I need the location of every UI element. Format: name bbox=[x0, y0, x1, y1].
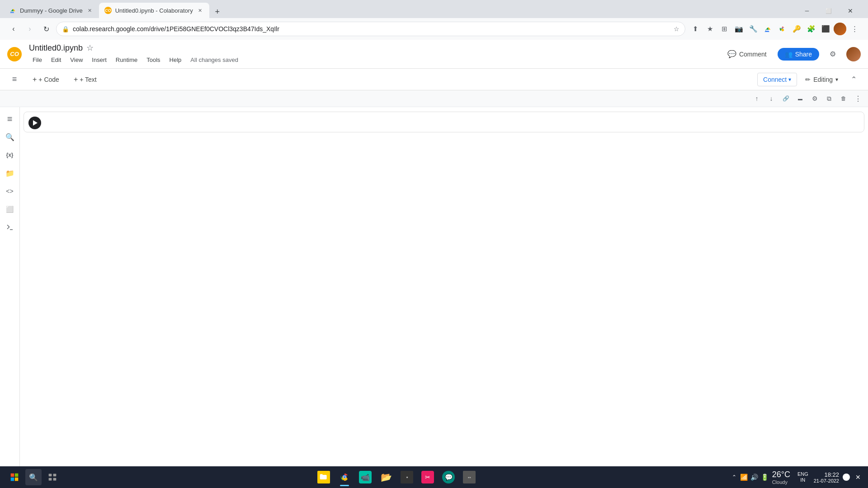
delete-cell-button[interactable]: 🗑 bbox=[837, 92, 850, 105]
system-clock[interactable]: 18:22 21-07-2022 bbox=[814, 471, 839, 483]
sidebar-item-menu[interactable]: ≡ bbox=[2, 111, 18, 127]
close-side-panel-button[interactable]: ✕ bbox=[854, 474, 863, 481]
collapse-toolbar-button[interactable]: ⌃ bbox=[846, 72, 861, 87]
chrome-icon[interactable] bbox=[776, 23, 788, 35]
share-page-icon[interactable]: ⬆ bbox=[689, 23, 702, 35]
sidebar-item-terminal[interactable] bbox=[2, 219, 18, 235]
menu-edit[interactable]: Edit bbox=[47, 55, 65, 65]
menu-file[interactable]: File bbox=[29, 55, 46, 65]
language-text: ENG bbox=[797, 471, 808, 477]
menu-insert[interactable]: Insert bbox=[88, 55, 110, 65]
google-drive-icon[interactable] bbox=[761, 23, 774, 35]
taskbar-app-file-explorer[interactable] bbox=[314, 467, 334, 487]
taskbar-app-files[interactable]: 📂 bbox=[376, 467, 396, 487]
taskbar-right: ⌃ 📶 🔊 🔋 26°C Cloudy ENG IN 18:22 21-07-2… bbox=[732, 470, 863, 485]
star-button[interactable]: ☆ bbox=[86, 43, 94, 53]
copy-cell-button[interactable]: ⧉ bbox=[823, 92, 835, 105]
taskbar-app-terminal[interactable]: ▪ bbox=[397, 467, 417, 487]
comment-label: Comment bbox=[739, 51, 767, 58]
tab-close-colab[interactable]: ✕ bbox=[197, 7, 204, 14]
add-code-button[interactable]: + + Code bbox=[29, 74, 63, 85]
windows-start-button[interactable] bbox=[5, 468, 24, 486]
user-avatar[interactable] bbox=[846, 47, 861, 61]
restore-button[interactable]: ⬜ bbox=[818, 4, 839, 18]
profile-icon[interactable] bbox=[834, 23, 846, 35]
connect-button[interactable]: Connect ▾ bbox=[757, 73, 797, 86]
menu-runtime[interactable]: Runtime bbox=[112, 55, 141, 65]
password-icon[interactable]: 🔑 bbox=[790, 23, 803, 35]
lock-icon: 🔒 bbox=[62, 26, 69, 33]
file-title-row: Untitled0.ipynb ☆ bbox=[29, 43, 238, 53]
sidebar-item-code-snippets[interactable]: <> bbox=[2, 183, 18, 199]
new-tab-button[interactable]: + bbox=[211, 5, 224, 18]
colab-header: CO Untitled0.ipynb ☆ File Edit View Inse… bbox=[0, 40, 868, 69]
taskbar-taskview-button[interactable] bbox=[43, 468, 61, 486]
toolbar-right: Connect ▾ ✏ Editing ▾ ⌃ bbox=[757, 72, 861, 87]
svg-rect-9 bbox=[53, 478, 57, 481]
volume-icon[interactable]: 🔊 bbox=[750, 474, 758, 481]
link-cell-button[interactable]: 🔗 bbox=[779, 92, 792, 105]
google-apps-icon[interactable]: ⊞ bbox=[718, 23, 731, 35]
address-bar[interactable]: 🔒 colab.research.google.com/drive/1PEi58… bbox=[56, 22, 685, 36]
taskbar-search-button[interactable]: 🔍 bbox=[25, 469, 42, 485]
run-cell-button[interactable] bbox=[28, 116, 42, 130]
tab-colab[interactable]: CO Untitled0.ipynb - Colaboratory ✕ bbox=[99, 3, 209, 18]
extensions-icon[interactable]: 🔧 bbox=[747, 23, 760, 35]
editing-label: Editing bbox=[813, 76, 833, 83]
move-cell-up-button[interactable]: ↑ bbox=[750, 92, 763, 105]
svg-rect-8 bbox=[49, 478, 52, 481]
tab-google-drive[interactable]: Dummyy - Google Drive ✕ bbox=[4, 3, 99, 18]
cell-input[interactable] bbox=[42, 114, 860, 128]
svg-rect-3 bbox=[15, 474, 19, 477]
cell-settings-button[interactable]: ⚙ bbox=[808, 92, 821, 105]
more-cell-options-button[interactable]: ⋮ bbox=[852, 92, 864, 105]
menu-help[interactable]: Help bbox=[166, 55, 185, 65]
sidebar-item-variables[interactable]: {x} bbox=[2, 147, 18, 163]
more-icon: ⋮ bbox=[854, 94, 862, 103]
back-button[interactable]: ‹ bbox=[7, 23, 20, 35]
sidebar-item-search[interactable]: 🔍 bbox=[2, 129, 18, 145]
connect-label: Connect bbox=[763, 76, 787, 83]
bookmark-icon[interactable]: ☆ bbox=[674, 25, 679, 33]
sidebar-toggle-icon[interactable]: ⬛ bbox=[819, 23, 832, 35]
taskbar-app-chrome[interactable] bbox=[335, 467, 354, 487]
screenshot-icon[interactable]: 📷 bbox=[732, 23, 745, 35]
menu-view[interactable]: View bbox=[66, 55, 86, 65]
minimize-button[interactable]: ─ bbox=[797, 4, 817, 18]
taskbar-app-cmd[interactable]: ▪▪ bbox=[459, 467, 479, 487]
svg-rect-5 bbox=[15, 478, 19, 481]
bookmark-page-icon[interactable]: ★ bbox=[703, 23, 716, 35]
url-text: colab.research.google.com/drive/1PEi58GN… bbox=[73, 25, 670, 33]
tab-close-google-drive[interactable]: ✕ bbox=[86, 7, 94, 14]
reload-button[interactable]: ↻ bbox=[40, 23, 52, 35]
menu-tools[interactable]: Tools bbox=[143, 55, 164, 65]
forward-button[interactable]: › bbox=[24, 23, 36, 35]
taskbar-app-meet[interactable]: 📹 bbox=[355, 467, 375, 487]
move-cell-down-button[interactable]: ↓ bbox=[765, 92, 778, 105]
cell-type-button[interactable]: ▬ bbox=[794, 92, 807, 105]
comment-button[interactable]: 💬 Comment bbox=[722, 47, 772, 61]
weather-desc: Cloudy bbox=[772, 479, 788, 485]
language-region[interactable]: ENG IN bbox=[797, 471, 808, 483]
sidebar-toggle-button[interactable]: ≡ bbox=[7, 72, 22, 87]
more-options-icon[interactable]: ⋮ bbox=[848, 23, 861, 35]
notification-button[interactable] bbox=[843, 474, 850, 481]
region-text: IN bbox=[797, 477, 808, 483]
add-text-button[interactable]: + + Text bbox=[70, 74, 100, 85]
comment-icon: 💬 bbox=[727, 50, 736, 58]
show-hidden-icons-button[interactable]: ⌃ bbox=[732, 474, 736, 480]
settings-button[interactable]: ⚙ bbox=[825, 46, 841, 62]
taskbar-app-hangouts[interactable]: 💬 bbox=[439, 467, 458, 487]
sidebar-item-files[interactable]: 📁 bbox=[2, 165, 18, 181]
extensions-puzzle-icon[interactable]: 🧩 bbox=[805, 23, 817, 35]
taskbar-app-snip[interactable]: ✂ bbox=[418, 467, 438, 487]
sidebar-item-command-palette[interactable]: ⬜ bbox=[2, 201, 18, 217]
share-button[interactable]: 👥 Share bbox=[778, 48, 819, 61]
close-button[interactable]: ✕ bbox=[840, 4, 861, 18]
battery-icon[interactable]: 🔋 bbox=[761, 474, 769, 481]
tab-favicon-google-drive bbox=[9, 7, 16, 14]
network-icon[interactable]: 📶 bbox=[740, 474, 748, 481]
editing-button[interactable]: ✏ Editing ▾ bbox=[801, 73, 843, 86]
file-explorer-icon bbox=[317, 471, 330, 483]
weather-widget[interactable]: 26°C Cloudy bbox=[772, 470, 790, 485]
